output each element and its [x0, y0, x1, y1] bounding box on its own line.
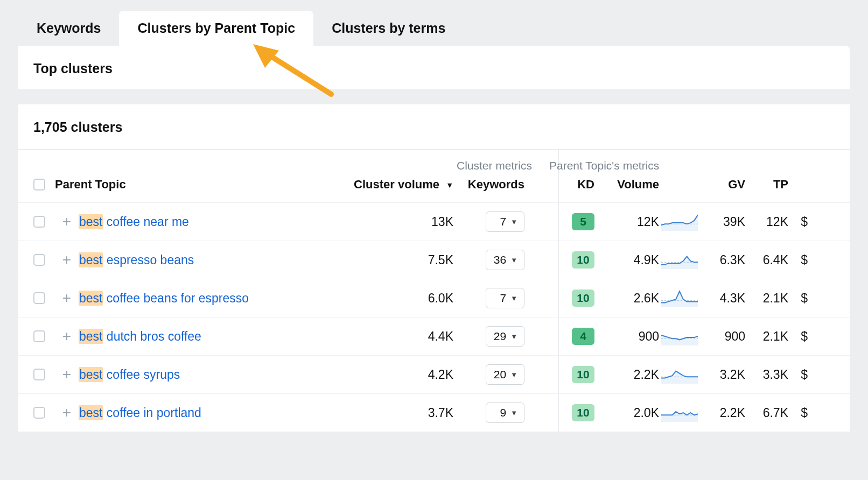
sort-desc-icon: ▼ — [446, 181, 453, 189]
expand-icon[interactable]: + — [55, 405, 79, 420]
kd-badge: 10 — [572, 404, 594, 421]
select-all-checkbox[interactable] — [33, 179, 45, 190]
table-row: + best coffee in portland 3.7K 9 ▼ 10 2.… — [18, 393, 850, 432]
gv-value: 6.3K — [700, 253, 745, 267]
row-checkbox[interactable] — [33, 369, 45, 380]
cluster-volume-value: 3.7K — [340, 406, 453, 420]
parent-topic-link[interactable]: best dutch bros coffee — [79, 329, 340, 344]
volume-value: 4.9K — [594, 253, 659, 267]
cluster-volume-value: 13K — [340, 215, 453, 229]
kd-badge: 4 — [572, 328, 594, 345]
keywords-dropdown[interactable]: 29 ▼ — [486, 326, 524, 347]
volume-value: 2.6K — [594, 291, 659, 306]
chevron-down-icon: ▼ — [510, 409, 517, 417]
volume-value: 12K — [594, 215, 659, 229]
trailing-value: $ — [788, 368, 808, 382]
row-checkbox[interactable] — [33, 254, 45, 266]
volume-sparkline — [659, 365, 700, 384]
expand-icon[interactable]: + — [55, 367, 79, 382]
cluster-volume-value: 6.0K — [340, 291, 453, 306]
volume-sparkline — [659, 289, 700, 307]
gv-value: 4.3K — [700, 291, 745, 306]
tp-value: 6.7K — [745, 406, 788, 420]
row-checkbox[interactable] — [33, 292, 45, 304]
expand-icon[interactable]: + — [55, 252, 79, 267]
table-row: + best coffee beans for espresso 6.0K 7 … — [18, 279, 850, 317]
tab-keywords[interactable]: Keywords — [18, 11, 119, 46]
clusters-count-label: 1,705 clusters — [33, 119, 835, 135]
trailing-value: $ — [788, 253, 808, 267]
volume-value: 900 — [594, 329, 659, 344]
volume-sparkline — [659, 327, 700, 345]
cluster-volume-value: 4.2K — [340, 368, 453, 382]
table-row: + best espresso beans 7.5K 36 ▼ 10 4.9K … — [18, 241, 850, 279]
kd-badge: 10 — [572, 251, 594, 269]
cluster-metrics-label: Cluster metrics — [18, 150, 541, 178]
table-row: + best coffee near me 13K 7 ▼ 5 12K 39K … — [18, 202, 850, 241]
trailing-value: $ — [788, 329, 808, 344]
keywords-count: 7 — [500, 292, 506, 305]
col-gv[interactable]: GV — [700, 178, 745, 192]
col-parent-topic[interactable]: Parent Topic — [55, 178, 340, 192]
volume-sparkline — [659, 213, 700, 231]
parent-topic-link[interactable]: best coffee beans for espresso — [79, 291, 340, 306]
cluster-volume-value: 7.5K — [340, 253, 453, 267]
row-checkbox[interactable] — [33, 330, 45, 342]
col-cluster-volume-label: Cluster volume — [354, 178, 439, 191]
clusters-table: Cluster metrics Parent Topic's metrics P… — [18, 149, 850, 432]
table-row: + best dutch bros coffee 4.4K 29 ▼ 4 900… — [18, 317, 850, 355]
keywords-dropdown[interactable]: 20 ▼ — [486, 364, 524, 385]
gv-value: 39K — [700, 215, 745, 229]
row-checkbox[interactable] — [33, 407, 45, 419]
chevron-down-icon: ▼ — [510, 333, 517, 341]
kd-badge: 10 — [572, 290, 594, 307]
chevron-down-icon: ▼ — [510, 218, 517, 226]
trailing-value: $ — [788, 291, 808, 306]
tp-value: 2.1K — [745, 329, 788, 344]
col-keywords[interactable]: Keywords — [453, 178, 534, 192]
parent-topic-metrics-label: Parent Topic's metrics — [541, 150, 850, 178]
col-cluster-volume[interactable]: Cluster volume ▼ — [340, 178, 453, 192]
gv-value: 900 — [700, 329, 745, 344]
expand-icon[interactable]: + — [55, 291, 79, 306]
chevron-down-icon: ▼ — [510, 294, 517, 302]
keywords-dropdown[interactable]: 36 ▼ — [486, 250, 524, 270]
keywords-count: 20 — [494, 368, 506, 381]
kd-badge: 10 — [572, 366, 594, 383]
tab-clusters-parent-topic[interactable]: Clusters by Parent Topic — [119, 11, 313, 46]
keywords-dropdown[interactable]: 7 ▼ — [486, 211, 524, 232]
tp-value: 2.1K — [745, 291, 788, 306]
keywords-count: 7 — [500, 215, 506, 228]
trailing-value: $ — [788, 406, 808, 420]
expand-icon[interactable]: + — [55, 329, 79, 344]
expand-icon[interactable]: + — [55, 214, 79, 229]
gv-value: 3.2K — [700, 368, 745, 382]
tabs: Keywords Clusters by Parent Topic Cluste… — [0, 0, 868, 46]
trailing-value: $ — [788, 215, 808, 229]
kd-badge: 5 — [572, 213, 594, 230]
volume-value: 2.0K — [594, 406, 659, 420]
keywords-dropdown[interactable]: 9 ▼ — [486, 403, 524, 423]
top-clusters-panel: Top clusters — [18, 46, 850, 89]
row-checkbox[interactable] — [33, 216, 45, 228]
table-header-row: Parent Topic Cluster volume ▼ Keywords K… — [18, 178, 850, 202]
top-clusters-heading: Top clusters — [33, 61, 835, 76]
parent-topic-link[interactable]: best espresso beans — [79, 253, 340, 267]
volume-value: 2.2K — [594, 368, 659, 382]
tp-value: 3.3K — [745, 368, 788, 382]
table-row: + best coffee syrups 4.2K 20 ▼ 10 2.2K 3… — [18, 355, 850, 393]
keywords-count: 9 — [500, 406, 506, 419]
volume-sparkline — [659, 404, 700, 422]
col-volume[interactable]: Volume — [594, 178, 659, 192]
col-kd[interactable]: KD — [556, 178, 594, 192]
column-group-labels: Cluster metrics Parent Topic's metrics — [18, 150, 850, 178]
clusters-count-box: 1,705 clusters — [18, 104, 850, 149]
keywords-dropdown[interactable]: 7 ▼ — [486, 288, 524, 308]
tp-value: 12K — [745, 215, 788, 229]
parent-topic-link[interactable]: best coffee syrups — [79, 368, 340, 382]
parent-topic-link[interactable]: best coffee near me — [79, 215, 340, 229]
col-tp[interactable]: TP — [745, 178, 788, 192]
tab-clusters-terms[interactable]: Clusters by terms — [313, 11, 464, 46]
chevron-down-icon: ▼ — [510, 256, 517, 264]
parent-topic-link[interactable]: best coffee in portland — [79, 406, 340, 420]
